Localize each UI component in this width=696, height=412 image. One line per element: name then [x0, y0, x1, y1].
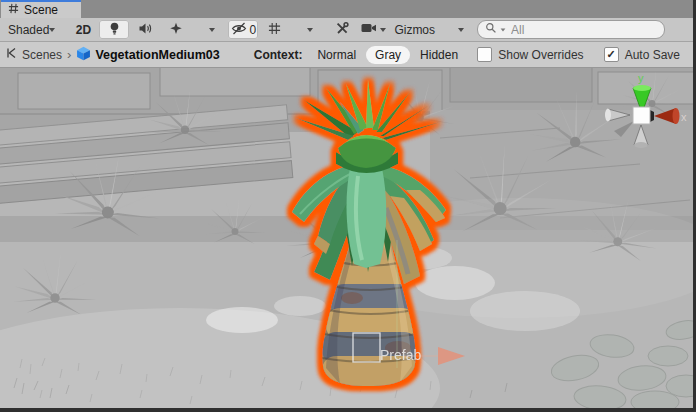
prefab-name: VegetationMedium03 [95, 48, 219, 62]
prefab-badge-label: Prefab [380, 347, 421, 363]
gizmos-label: Gizmos [394, 23, 435, 37]
breadcrumb-separator: › [67, 47, 71, 62]
camera-settings-button[interactable] [358, 20, 388, 39]
scene-window: Scene Shaded 2D [0, 0, 696, 412]
grid-icon [268, 22, 281, 38]
breadcrumb-scenes[interactable]: Scenes [22, 48, 62, 62]
scene-visibility-button[interactable]: 0 [228, 20, 258, 39]
context-option-normal[interactable]: Normal [308, 46, 365, 64]
tab-bar: Scene [0, 0, 693, 18]
lightbulb-icon [108, 21, 121, 38]
tab-scene[interactable]: Scene [1, 0, 81, 18]
y-axis-label: y [638, 72, 644, 84]
draw-mode-label: Shaded [8, 23, 49, 37]
check-icon: ✓ [607, 49, 616, 60]
chevron-down-icon [307, 28, 313, 32]
gizmos-dropdown[interactable]: Gizmos [389, 20, 440, 39]
auto-save-label: Auto Save [625, 48, 680, 62]
scene-search-field[interactable] [477, 20, 665, 39]
gizmos-caret[interactable] [446, 20, 476, 39]
context-option-gray[interactable]: Gray [366, 46, 410, 64]
x-axis-label: x [681, 111, 687, 123]
context-label: Context: [254, 48, 303, 62]
speaker-icon [138, 22, 152, 38]
tools-icon [335, 21, 349, 38]
context-option-hidden[interactable]: Hidden [411, 46, 467, 64]
back-arrow-icon[interactable] [5, 46, 19, 63]
effects-star-icon [169, 22, 183, 38]
chevron-down-icon [380, 28, 386, 32]
lighting-toggle-button[interactable] [99, 20, 129, 39]
hidden-count: 0 [250, 23, 257, 37]
scene-grid-icon [8, 3, 19, 17]
show-overrides-label: Show Overrides [498, 48, 583, 62]
effects-dropdown[interactable] [197, 20, 227, 39]
draw-mode-dropdown[interactable]: Shaded [3, 20, 60, 39]
2d-label: 2D [76, 23, 91, 37]
scene-viewport[interactable]: Prefab y x [0, 68, 693, 408]
chevron-down-icon [49, 28, 55, 32]
auto-save-control[interactable]: ✓ Auto Save [604, 47, 680, 62]
scene-toolbar: Shaded 2D 0 [0, 18, 693, 42]
grid-dropdown[interactable] [295, 20, 325, 39]
search-input[interactable] [509, 22, 657, 38]
prefab-cube-icon [76, 46, 91, 64]
effects-toggle-button[interactable] [161, 20, 191, 39]
search-filter-caret-icon [501, 28, 506, 31]
tab-scene-label: Scene [24, 3, 58, 17]
chevron-down-icon [209, 28, 215, 32]
2d-toggle-button[interactable]: 2D [68, 20, 98, 39]
prefab-bar: Scenes › VegetationMedium03 Context: Nor… [0, 42, 693, 68]
eye-slash-icon [231, 22, 247, 38]
search-icon [485, 22, 497, 37]
grid-visibility-button[interactable] [259, 20, 289, 39]
custom-tools-button[interactable] [327, 20, 357, 39]
show-overrides-control[interactable]: ✓ Show Overrides [477, 47, 583, 62]
show-overrides-checkbox[interactable]: ✓ [477, 47, 492, 62]
context-options: Normal Gray Hidden [308, 46, 467, 64]
auto-save-checkbox[interactable]: ✓ [604, 47, 619, 62]
axis-gizmo-cube[interactable] [633, 107, 650, 124]
camera-icon [361, 22, 377, 37]
audio-toggle-button[interactable] [130, 20, 160, 39]
chevron-down-icon [458, 28, 464, 32]
